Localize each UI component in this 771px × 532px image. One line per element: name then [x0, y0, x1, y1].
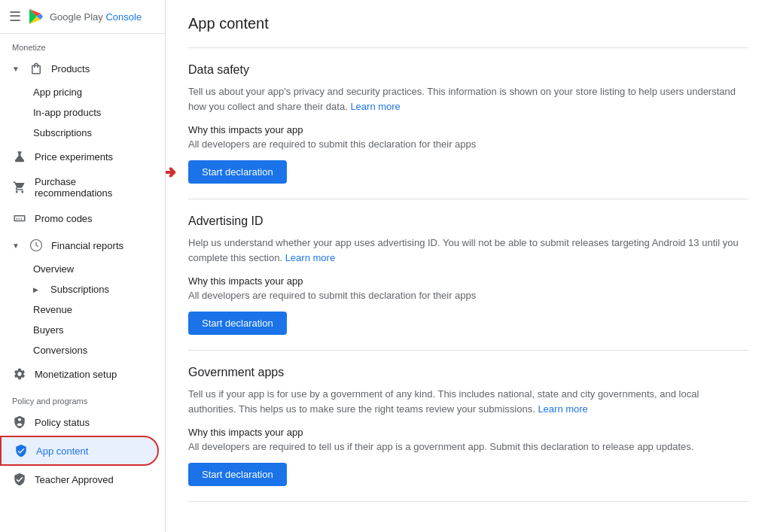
- policy-status-label: Policy status: [35, 417, 90, 428]
- main-content: App content Data safety Tell us about yo…: [166, 0, 771, 532]
- products-icon: [29, 61, 44, 76]
- data-safety-section: Data safety Tell us about your app's pri…: [188, 63, 748, 184]
- subscriptions-arrow-icon: ▶: [33, 286, 38, 293]
- subscriptions-sub-label: Subscriptions: [50, 284, 109, 295]
- page-title: App content: [188, 15, 748, 32]
- products-label: Products: [51, 63, 90, 74]
- teacher-approved-icon: [12, 472, 27, 487]
- sidebar: ☰ Google Play Console Monetize ▼ Product…: [0, 0, 166, 532]
- data-safety-impact-title: Why this impacts your app: [188, 124, 748, 135]
- price-experiments-icon: [12, 149, 27, 164]
- government-apps-impact-desc: All developers are required to tell us i…: [188, 441, 748, 452]
- sidebar-item-buyers[interactable]: Buyers: [0, 320, 165, 340]
- sidebar-item-conversions[interactable]: Conversions: [0, 340, 165, 360]
- advertising-id-impact-title: Why this impacts your app: [188, 275, 748, 287]
- price-experiments-label: Price experiments: [35, 151, 113, 163]
- purchase-recommendations-label: Purchase recommendations: [35, 176, 153, 199]
- financial-expand-arrow-icon: ▼: [12, 242, 20, 250]
- data-safety-button-container: ➜ Start declaration: [188, 160, 287, 184]
- purchase-recommendations-icon: [12, 180, 27, 195]
- monetize-section-label: Monetize: [0, 34, 165, 55]
- sidebar-item-purchase-recommendations[interactable]: Purchase recommendations: [0, 170, 165, 205]
- advertising-id-learn-more-link[interactable]: Learn more: [285, 252, 335, 263]
- government-apps-desc: Tell us if your app is for use by a gove…: [188, 387, 748, 416]
- government-apps-learn-more-link[interactable]: Learn more: [538, 403, 587, 415]
- policy-section-label: Policy and programs: [0, 388, 165, 409]
- advertising-id-start-declaration-button[interactable]: Start declaration: [188, 312, 287, 335]
- financial-reports-label: Financial reports: [51, 240, 123, 251]
- divider-1: [188, 199, 748, 199]
- sidebar-item-app-pricing[interactable]: App pricing: [0, 82, 165, 102]
- hamburger-icon[interactable]: ☰: [9, 8, 21, 25]
- logo-text: Google Play Console: [50, 11, 142, 23]
- sidebar-item-products[interactable]: ▼ Products: [0, 55, 165, 82]
- bottom-divider: [188, 501, 748, 502]
- sidebar-item-subscriptions-sub[interactable]: ▶ Subscriptions: [0, 279, 165, 299]
- sidebar-item-subscriptions-child[interactable]: Subscriptions: [0, 123, 165, 143]
- government-apps-impact-title: Why this impacts your app: [188, 427, 748, 438]
- teacher-approved-label: Teacher Approved: [35, 474, 114, 485]
- sidebar-header: ☰ Google Play Console: [0, 0, 165, 34]
- advertising-id-section: Advertising ID Help us understand whethe…: [188, 214, 748, 335]
- google-play-logo-icon: [27, 8, 45, 26]
- advertising-id-title: Advertising ID: [188, 214, 748, 228]
- sidebar-item-policy-status[interactable]: Policy status: [0, 409, 165, 436]
- government-apps-title: Government apps: [188, 366, 748, 379]
- monetization-setup-label: Monetization setup: [35, 369, 117, 380]
- data-safety-desc: Tell us about your app's privacy and sec…: [188, 84, 748, 114]
- advertising-id-impact-desc: All developers are required to submit th…: [188, 290, 748, 301]
- government-apps-section: Government apps Tell us if your app is f…: [188, 366, 748, 486]
- logo-area: Google Play Console: [27, 8, 142, 26]
- promo-codes-icon: [12, 211, 27, 226]
- data-safety-title: Data safety: [188, 63, 748, 77]
- app-content-icon: [14, 443, 29, 458]
- top-divider: [188, 47, 748, 48]
- sidebar-item-price-experiments[interactable]: Price experiments: [0, 143, 165, 170]
- financial-reports-icon: [29, 238, 44, 253]
- data-safety-impact-desc: All developers are required to submit th…: [188, 138, 748, 150]
- government-apps-start-declaration-button[interactable]: Start declaration: [188, 463, 287, 486]
- sidebar-item-app-content[interactable]: App content: [0, 436, 159, 466]
- monetization-setup-icon: [12, 366, 27, 382]
- sidebar-item-teacher-approved[interactable]: Teacher Approved: [0, 466, 165, 493]
- divider-2: [188, 350, 748, 351]
- advertising-id-desc: Help us understand whether your app uses…: [188, 236, 748, 265]
- sidebar-item-promo-codes[interactable]: Promo codes: [0, 205, 165, 232]
- sidebar-item-monetization-setup[interactable]: Monetization setup: [0, 360, 165, 388]
- policy-status-icon: [12, 415, 27, 430]
- sidebar-item-revenue[interactable]: Revenue: [0, 299, 165, 320]
- app-content-label: App content: [36, 445, 88, 457]
- expand-arrow-icon: ▼: [12, 65, 20, 73]
- sidebar-item-in-app-products[interactable]: In-app products: [0, 102, 165, 123]
- sidebar-item-overview[interactable]: Overview: [0, 259, 165, 279]
- data-safety-learn-more-link[interactable]: Learn more: [350, 101, 400, 112]
- promo-codes-label: Promo codes: [35, 213, 93, 224]
- sidebar-item-financial-reports[interactable]: ▼ Financial reports: [0, 232, 165, 259]
- red-arrow-annotation: ➜: [166, 162, 176, 183]
- data-safety-start-declaration-button[interactable]: Start declaration: [188, 160, 287, 184]
